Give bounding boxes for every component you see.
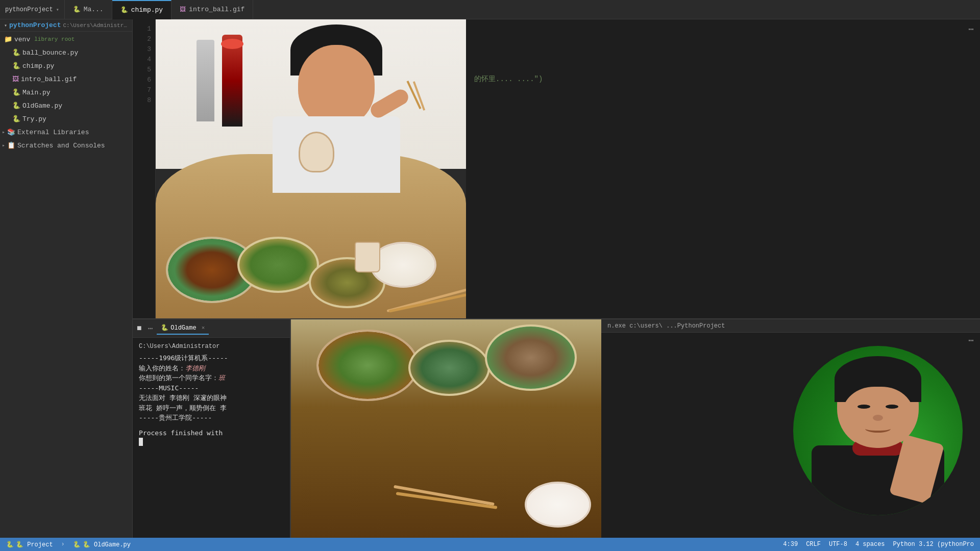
sidebar-item-oldgame[interactable]: 🐍 OldGame.py [0, 99, 132, 112]
project-label: pythonProject [5, 6, 53, 13]
tab-main[interactable]: 🐍 Ma... [65, 0, 112, 19]
python-icon-main: 🐍 [12, 88, 20, 96]
try-file-label: Try.py [22, 115, 46, 123]
chevron-right-icon: ▸ [2, 129, 5, 135]
venv-label: venv [14, 36, 30, 43]
status-chevron: › [61, 541, 65, 548]
file-icon-chimp: 🐍 [120, 6, 128, 14]
file-icon-intro-ball: 🖼 [180, 6, 186, 13]
terminal-line-school: -----贵州工学院----- [139, 413, 284, 423]
folder-icon: 📁 [4, 35, 12, 43]
chevron-right-icon-scratch: ▸ [2, 142, 5, 148]
tab-chimp-label: chimp.py [131, 6, 163, 14]
sidebar-item-scratches[interactable]: ▸ 📋 Scratches and Consoles [0, 139, 132, 152]
sidebar-item-venv[interactable]: 📁 venv library root [0, 33, 132, 46]
bottom-right-code: ⋯ [601, 333, 980, 345]
line-6: 6 [133, 74, 155, 85]
chevron-down-icon: ▾ [56, 7, 59, 13]
scratches-icon: 📋 [7, 141, 15, 149]
status-bar: 🐍 🐍 Project › 🐍 🐍 OldGame.py 4:39 CRLF U… [0, 538, 980, 551]
tab-main-label: Ma... [84, 6, 104, 13]
status-project-item[interactable]: 🐍 🐍 Project [6, 541, 53, 548]
python-file-status-icon: 🐍 [73, 541, 81, 548]
three-dot-menu[interactable]: ⋯ [968, 23, 974, 35]
terminal-line-process: Process finished with [139, 428, 284, 438]
sidebar-item-main[interactable]: 🐍 Main.py [0, 86, 132, 99]
bottom-path-text: n.exe c:\users\ ...PythonProject [607, 322, 725, 330]
python-icon-chimp: 🐍 [12, 62, 20, 70]
project-header: ▾ pythonProject C:\Users\Administrator [0, 19, 132, 32]
sidebar: ▾ pythonProject C:\Users\Administrator 📁… [0, 19, 133, 538]
sidebar-item-intro-ball[interactable]: 🖼 intro_ball.gif [0, 72, 132, 86]
file-icon-main: 🐍 [73, 6, 81, 13]
python-status-icon: 🐍 [6, 541, 14, 548]
bottom-image-area [291, 319, 601, 538]
file-label: ball_bounce.py [22, 49, 78, 57]
center-image-area [156, 19, 466, 318]
line-7: 7 [133, 85, 155, 95]
status-indent[interactable]: 4 spaces [855, 541, 885, 548]
code-string-content: 的怀里.... ....") [474, 75, 543, 83]
terminal-path: C:\Users\Administrator [139, 342, 284, 351]
bottom-right-three-dot[interactable]: ⋯ [968, 335, 974, 346]
status-python-version[interactable]: Python 3.12 (pythonPro [893, 541, 974, 548]
sidebar-project-name: pythonProject [9, 21, 61, 29]
bottom-right-path: n.exe c:\users\ ...PythonProject [601, 319, 980, 333]
line-2: 2 [133, 34, 155, 44]
status-encoding[interactable]: UTF-8 [829, 541, 847, 548]
intro-ball-label: intro_ball.gif [21, 76, 77, 83]
status-right: 4:39 CRLF UTF-8 4 spaces Python 3.12 (py… [783, 541, 974, 548]
gif-icon: 🖼 [12, 76, 19, 83]
status-line-ending[interactable]: CRLF [806, 541, 821, 548]
library-root-label: library root [34, 36, 75, 42]
terminal-cursor [139, 438, 143, 446]
terminal-tab-label: OldGame [170, 324, 196, 332]
status-file-item[interactable]: 🐍 🐍 OldGame.py [73, 541, 131, 548]
stop-icon[interactable]: ■ [137, 324, 142, 333]
line-3: 3 [133, 44, 155, 54]
tab-project[interactable]: pythonProject ▾ [0, 0, 65, 19]
bottom-section: ■ ⋯ 🐍 OldGame × C:\Users\Administrator -… [133, 318, 980, 538]
sidebar-item-chimp[interactable]: 🐍 chimp.py [0, 59, 132, 72]
tab-intro-ball[interactable]: 🖼 intro_ball.gif [172, 0, 253, 19]
line-8: 8 [133, 95, 155, 105]
main-file-label: Main.py [22, 89, 51, 96]
sidebar-item-try[interactable]: 🐍 Try.py [0, 112, 132, 126]
line-1: 1 [133, 23, 155, 34]
tab-intro-ball-label: intro_ball.gif [189, 6, 244, 13]
sidebar-project-path: C:\Users\Administrator [63, 22, 128, 29]
chimp-file-label: chimp.py [22, 62, 54, 70]
terminal-line-separator1: -----1996级计算机系----- [139, 353, 284, 363]
terminal-line-lyric2: 班花 娇哼一声，顺势倒在 李 [139, 403, 284, 413]
three-dot-terminal[interactable]: ⋯ [148, 323, 153, 334]
oldgame-file-label: OldGame.py [22, 102, 62, 110]
external-libs-label: External Libraries [17, 129, 89, 136]
lib-icon: 📚 [7, 128, 15, 136]
status-time: 4:39 [783, 541, 798, 548]
python-icon-terminal: 🐍 [161, 324, 168, 332]
line-numbers-panel: 1 2 3 4 5 6 7 8 [133, 19, 156, 318]
python-icon-try: 🐍 [12, 115, 20, 123]
sidebar-item-ball-bounce[interactable]: 🐍 ball_bounce.py [0, 46, 132, 59]
terminal-tabs: ■ ⋯ 🐍 OldGame × [133, 319, 290, 338]
terminal-line-classmate: 你想到的第一个同学名字：班 [139, 373, 284, 383]
close-tab-icon[interactable]: × [202, 325, 205, 331]
chevron-down-icon-project: ▾ [4, 22, 7, 29]
tab-chimp[interactable]: 🐍 chimp.py [112, 0, 172, 19]
status-left: 🐍 🐍 Project › 🐍 🐍 OldGame.py [6, 541, 131, 548]
top-tab-bar: pythonProject ▾ 🐍 Ma... 🐍 chimp.py 🖼 int… [0, 0, 980, 19]
sidebar-item-external-libs[interactable]: ▸ 📚 External Libraries [0, 126, 132, 139]
terminal-panel: ■ ⋯ 🐍 OldGame × C:\Users\Administrator -… [133, 319, 291, 538]
webcam-overlay [791, 344, 965, 517]
right-code-panel: ⋯ 的怀里.... ....") [466, 19, 980, 318]
python-icon: 🐍 [12, 48, 20, 57]
terminal-line-music: -----MUSIC----- [139, 383, 284, 393]
python-icon-oldgame: 🐍 [12, 102, 20, 110]
scratches-label: Scratches and Consoles [17, 142, 105, 149]
terminal-cursor-line [139, 438, 284, 446]
terminal-content: C:\Users\Administrator -----1996级计算机系---… [133, 338, 290, 538]
status-file-label: 🐍 OldGame.py [83, 541, 131, 548]
line-5: 5 [133, 64, 155, 74]
terminal-line-name-prompt: 输入你的姓名：李德刚 [139, 363, 284, 373]
terminal-tab-oldgame[interactable]: 🐍 OldGame × [157, 322, 209, 335]
